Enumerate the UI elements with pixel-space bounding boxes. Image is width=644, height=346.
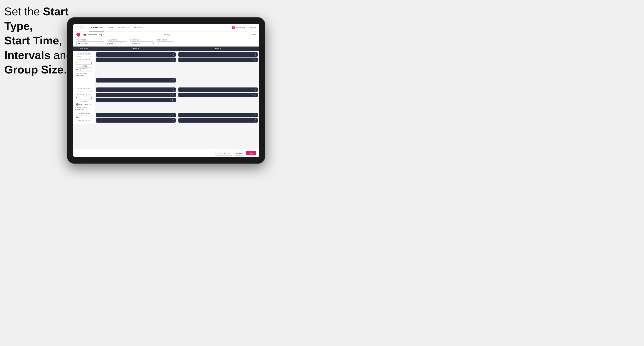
- player-slot-3-3[interactable]: ✕: [96, 98, 176, 102]
- starting-hole-val-1: 1: [75, 61, 90, 64]
- add-group-1[interactable]: + Add Group: [75, 74, 93, 76]
- schedule-grid: STARTING TIME: 10:00 ⏱ STARTING HOLE: 1 …: [73, 51, 259, 149]
- annotation-group-size: Group Size: [4, 63, 64, 76]
- team1-col-1: ✕ ✕: [95, 51, 177, 77]
- team1-col-1b: ✕: [95, 77, 177, 86]
- intervals-select[interactable]: 10 Minutes ▾: [130, 41, 154, 45]
- nav-tab-teams[interactable]: TEAMS: [108, 24, 114, 31]
- player-slot-4-1[interactable]: ✕: [178, 87, 258, 92]
- player-remove-5-1[interactable]: ✕: [169, 114, 171, 116]
- reset-button[interactable]: Reset Changes: [216, 151, 232, 156]
- annotation-intervals: Intervals: [4, 49, 50, 61]
- player-slot-1b-1[interactable]: ✕: [96, 78, 176, 83]
- course-tag-1[interactable]: (A) Peachtree GC ✕: [75, 67, 93, 72]
- team2-col-1: ✕ ✕: [177, 51, 259, 77]
- player-remove-2-1[interactable]: ✕: [251, 54, 253, 56]
- teams-row-3: ✕ ✕ ✕: [95, 112, 259, 124]
- tee-group-1-panel: STARTING TIME: 10:00 ⏱ STARTING HOLE: 1 …: [73, 51, 95, 77]
- tablet-device: SCOREBOARD Powered by clipp... TOURNAMEN…: [67, 17, 265, 164]
- intervals-value: 10 Minutes: [132, 42, 140, 44]
- course-remove-2[interactable]: ✕: [90, 104, 91, 106]
- starting-hole-select-1[interactable]: 1 ▲▼: [75, 61, 93, 65]
- add-group-2[interactable]: + Add Group: [75, 109, 93, 110]
- nav-tab-committee[interactable]: COMMITTEE: [118, 24, 130, 31]
- tablet-screen: SCOREBOARD Powered by clipp... TOURNAMEN…: [73, 24, 259, 157]
- annotation-line1: Set the Start Type,: [4, 5, 68, 32]
- tee-group-2-panel: STARTING TIME: 10:10 ⏱ STARTING HOLE: 1 …: [73, 86, 95, 112]
- player-remove-5-2[interactable]: ✕: [169, 120, 171, 122]
- col-header-team1: Team 1: [95, 46, 177, 51]
- player-slot-6-1[interactable]: ✕: [178, 113, 258, 117]
- player-remove-4-1[interactable]: ✕: [251, 89, 253, 91]
- player-slot-3-2[interactable]: ✕: [96, 93, 176, 97]
- player-slot-1-2[interactable]: ✕: [96, 57, 176, 62]
- player-circle-3-3: [172, 99, 174, 101]
- player-slot-6-2[interactable]: ✕: [178, 118, 258, 123]
- teams-row-2: ✕ ✕ ✕: [95, 86, 259, 112]
- sign-out-link[interactable]: Sign out: [250, 26, 256, 28]
- starting-hole-select-2[interactable]: 1 ▲▼: [75, 96, 93, 100]
- starting-time-label-2: STARTING TIME:: [75, 87, 93, 89]
- sub-header: C Clippd Invitational (Me) Hosting ‹ Bac…: [73, 31, 259, 38]
- player-remove-1b-1[interactable]: ✕: [169, 79, 171, 81]
- starting-time-val-1: 10:00: [75, 55, 89, 58]
- remove-group-icon-1: ○: [75, 72, 76, 74]
- player-remove-6-2[interactable]: ✕: [251, 120, 253, 122]
- tee-group-3: STARTING TIME: 10:20 ⏱ STARTING HOLE: ✕: [73, 112, 259, 124]
- player-remove-2-2[interactable]: ✕: [251, 59, 253, 61]
- player-slot-3-1[interactable]: ✕: [96, 87, 176, 92]
- player-slot-2-1[interactable]: ✕: [178, 52, 258, 57]
- player-remove-1-1[interactable]: ✕: [169, 54, 171, 56]
- tee-actions-1: ○ Remove Group + Add Group: [75, 72, 93, 76]
- player-remove-4-2[interactable]: ✕: [251, 94, 253, 96]
- course-name-2: East Lake GC: [80, 104, 89, 105]
- starting-time-input-3[interactable]: 10:20 ⏱: [75, 115, 93, 119]
- player-remove-3-3[interactable]: ✕: [169, 99, 171, 101]
- intervals-group: Intervals 10 Minutes ▾: [130, 39, 154, 45]
- starting-time-input-2[interactable]: 10:10 ⏱: [75, 90, 93, 93]
- player-circle-6-1: [254, 114, 256, 116]
- back-button[interactable]: ‹ Back: [251, 34, 256, 35]
- player-circle-1-2: [172, 59, 174, 61]
- course-name-1: (A) Peachtree GC: [79, 68, 89, 71]
- player-slot-2-2[interactable]: ✕: [178, 57, 258, 62]
- save-button[interactable]: Save: [246, 151, 256, 155]
- cancel-button[interactable]: Cancel: [234, 151, 244, 156]
- back-chevron: ‹: [251, 34, 252, 35]
- nav-bar: SCOREBOARD Powered by clipp... TOURNAMEN…: [73, 24, 259, 31]
- player-circle-3-2: [172, 94, 174, 96]
- col-header-tee: Tee Time: [73, 46, 95, 51]
- player-circle-4-1: [254, 89, 256, 91]
- player-remove-3-2[interactable]: ✕: [169, 94, 171, 96]
- table-header: Tee Time Team 1 Team 2: [73, 46, 259, 51]
- course-remove-1[interactable]: ✕: [90, 69, 92, 71]
- remove-group-1[interactable]: ○ Remove Group: [75, 72, 93, 74]
- player-remove-6-1[interactable]: ✕: [251, 114, 253, 116]
- tee-group-2: STARTING TIME: 10:10 ⏱ STARTING HOLE: 1 …: [73, 86, 259, 112]
- starting-time-label-1: STARTING TIME:: [75, 52, 93, 54]
- player-remove-3-1[interactable]: ✕: [169, 89, 171, 91]
- starting-hole-val-2: 1: [75, 96, 90, 100]
- section-label: Hosting: [164, 34, 170, 35]
- player-slot-1-1[interactable]: ✕: [96, 52, 176, 57]
- nav-tab-rankings[interactable]: RANKINGS: [133, 24, 144, 31]
- remove-group-2[interactable]: ○ Remove Group: [75, 107, 93, 108]
- player-slot-5-2[interactable]: ✕: [96, 118, 176, 123]
- player-slot-5-1[interactable]: ✕: [96, 113, 176, 117]
- intervals-chevron: ▾: [152, 42, 152, 44]
- player-circle-4-2: [254, 94, 256, 96]
- player-remove-1-2[interactable]: ✕: [169, 59, 171, 61]
- course-label-2: COURSE:: [75, 100, 93, 102]
- start-type-select[interactable]: 1st Tee Start ▾: [76, 41, 104, 45]
- team1-col-2: ✕ ✕ ✕: [95, 86, 177, 112]
- tee-group-3-panel: STARTING TIME: 10:20 ⏱ STARTING HOLE:: [73, 112, 95, 124]
- start-time-input[interactable]: 10:00 🕐: [108, 41, 127, 45]
- nav-tab-tournaments[interactable]: TOURNAMENTS: [89, 24, 104, 31]
- starting-hole-label-2: STARTING HOLE:: [75, 94, 93, 95]
- course-tag-2[interactable]: East Lake GC ✕: [75, 103, 93, 106]
- group-size-select[interactable]: 3 ▾: [157, 41, 174, 45]
- clock-icon-1: ⏱: [89, 55, 93, 58]
- starting-time-input-1[interactable]: 10:00 ⏱: [75, 54, 93, 58]
- player-slot-4-2[interactable]: ✕: [178, 93, 258, 97]
- team1-col-3: ✕ ✕: [95, 112, 177, 124]
